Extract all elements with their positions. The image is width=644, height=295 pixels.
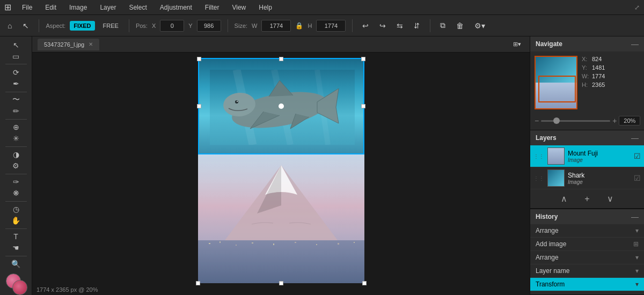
select-tool[interactable]: ↖: [6, 40, 26, 50]
settings-tool[interactable]: ⚙: [6, 161, 26, 171]
w-label: W: [252, 23, 257, 29]
history-label-4: Transform: [536, 281, 565, 288]
history-label-3: Layer name: [536, 267, 569, 275]
fuji-image: [198, 154, 364, 283]
nav-thumbnail[interactable]: [535, 56, 577, 109]
menu-edit[interactable]: Edit: [43, 3, 58, 12]
layer-shark-drag-handle[interactable]: ⋮⋮: [533, 175, 544, 181]
move-tool-btn[interactable]: ↖: [19, 19, 32, 32]
layer-add-btn[interactable]: +: [580, 193, 594, 205]
handle-bl[interactable]: [196, 281, 200, 285]
layer-move-up-btn[interactable]: ∧: [557, 193, 572, 205]
hand-tool[interactable]: ✋: [6, 216, 26, 226]
handle-tl[interactable]: [197, 57, 201, 61]
delete-btn[interactable]: 🗑: [453, 19, 467, 32]
fixed-btn[interactable]: FIXED: [70, 21, 94, 31]
history-item-3[interactable]: Layer name ▾: [530, 264, 644, 278]
handle-mr[interactable]: [361, 104, 365, 108]
app-home-icon[interactable]: ⊞: [4, 2, 11, 12]
zoom-tool[interactable]: 🔍: [6, 259, 26, 269]
undo-btn[interactable]: ↩: [359, 19, 372, 32]
eyedrop-tool[interactable]: ✒: [6, 78, 26, 88]
flip-v-btn[interactable]: ⇆: [411, 19, 423, 32]
h-label: H: [308, 23, 312, 29]
zoom-plus-btn[interactable]: +: [612, 116, 617, 125]
pan-tool[interactable]: ☚: [6, 243, 26, 253]
handle-bm[interactable]: [279, 281, 283, 285]
handle-tr[interactable]: [361, 57, 365, 61]
flip-h-btn[interactable]: ⇆: [393, 19, 406, 32]
y-input[interactable]: [197, 20, 221, 32]
menu-layer[interactable]: Layer: [98, 3, 118, 12]
fuji-layer[interactable]: [198, 154, 364, 283]
text-tool[interactable]: T: [6, 232, 26, 242]
zoom-minus-btn[interactable]: −: [535, 116, 539, 125]
duplicate-btn[interactable]: ⧉: [437, 19, 449, 32]
settings-btn[interactable]: ⚙▾: [471, 19, 488, 32]
navigate-collapse-btn[interactable]: —: [631, 40, 639, 48]
svg-rect-18: [354, 242, 355, 243]
tool-sep-4: [5, 146, 27, 147]
blur-tool[interactable]: ❋: [6, 188, 26, 198]
layers-header: Layers —: [530, 130, 644, 145]
tab-close-btn[interactable]: ✕: [89, 41, 93, 47]
menu-adjustment[interactable]: Adjustment: [158, 3, 194, 12]
stamp-tool[interactable]: ⊕: [6, 122, 26, 132]
background-color[interactable]: [12, 280, 27, 295]
paint-tool[interactable]: ✏: [6, 106, 26, 116]
shark-layer[interactable]: [198, 58, 364, 154]
redo-btn[interactable]: ↪: [376, 19, 389, 32]
particles-tool[interactable]: ✳: [6, 133, 26, 143]
history-item-4[interactable]: Transform ▾: [530, 278, 644, 291]
separator-4: [352, 19, 353, 32]
menu-help[interactable]: Help: [257, 3, 274, 12]
dodge-tool[interactable]: ◷: [6, 204, 26, 215]
nav-x-row: X: 824: [582, 56, 605, 62]
home-btn[interactable]: ⌂: [4, 19, 15, 32]
layer-fuji-visibility-btn[interactable]: ☑: [634, 152, 641, 160]
history-label-0: Arrange: [536, 227, 559, 234]
layer-shark-visibility-btn[interactable]: ☑: [634, 174, 641, 182]
zoom-value-input[interactable]: [619, 116, 640, 126]
tab-file[interactable]: 53473276_l.jpg ✕: [38, 39, 99, 50]
menu-filter[interactable]: Filter: [203, 3, 222, 12]
history-item-2[interactable]: Arrange ▾: [530, 251, 644, 264]
view-options-btn[interactable]: ⊞▾: [510, 39, 524, 50]
marquee-tool[interactable]: ▭: [6, 51, 26, 61]
heal-tool[interactable]: 〜: [6, 94, 26, 105]
handle-tm[interactable]: [279, 57, 283, 61]
handle-br[interactable]: [362, 281, 367, 285]
pen-tool[interactable]: ✑: [6, 176, 26, 187]
free-btn[interactable]: FREE: [99, 21, 122, 31]
x-input[interactable]: [160, 20, 184, 32]
layer-fuji-drag-handle[interactable]: ⋮⋮: [533, 153, 544, 159]
lasso-tool[interactable]: ⟳: [6, 67, 26, 77]
w-input[interactable]: [261, 20, 291, 32]
history-item-1[interactable]: Add image ⊞: [530, 238, 644, 251]
layers-collapse-btn[interactable]: —: [631, 134, 639, 142]
pos-label: Pos:: [136, 23, 148, 29]
history-item-0[interactable]: Arrange ▾: [530, 224, 644, 238]
nav-y-value: 1481: [592, 64, 605, 71]
layer-item-fuji[interactable]: ⋮⋮ Mount Fuji Image ☑: [530, 145, 644, 167]
canvas-viewport[interactable]: 1774 x 2365 px @ 20%: [32, 53, 530, 295]
menu-view[interactable]: View: [230, 3, 248, 12]
menu-file[interactable]: File: [20, 3, 34, 12]
nav-h-value: 2365: [592, 82, 605, 88]
menu-image[interactable]: Image: [67, 3, 89, 12]
expand-icon[interactable]: ⤢: [634, 4, 640, 11]
zoom-slider[interactable]: [541, 120, 610, 122]
lock-icon[interactable]: 🔒: [295, 22, 303, 30]
layer-fuji-type: Image: [568, 157, 631, 163]
nav-w-value: 1774: [592, 73, 605, 79]
handle-ml[interactable]: [197, 104, 201, 108]
separator-3: [228, 19, 228, 32]
layer-item-shark[interactable]: ⋮⋮ Shark Image ☑: [530, 167, 644, 189]
h-input[interactable]: [316, 20, 346, 32]
history-collapse-btn[interactable]: —: [631, 212, 639, 221]
status-text: 1774 x 2365 px @ 20%: [36, 286, 98, 293]
history-icon-0: ▾: [635, 227, 639, 234]
gradient-tool[interactable]: ◑: [6, 149, 26, 159]
layer-move-down-btn[interactable]: ∨: [603, 193, 618, 205]
menu-select[interactable]: Select: [127, 3, 149, 12]
